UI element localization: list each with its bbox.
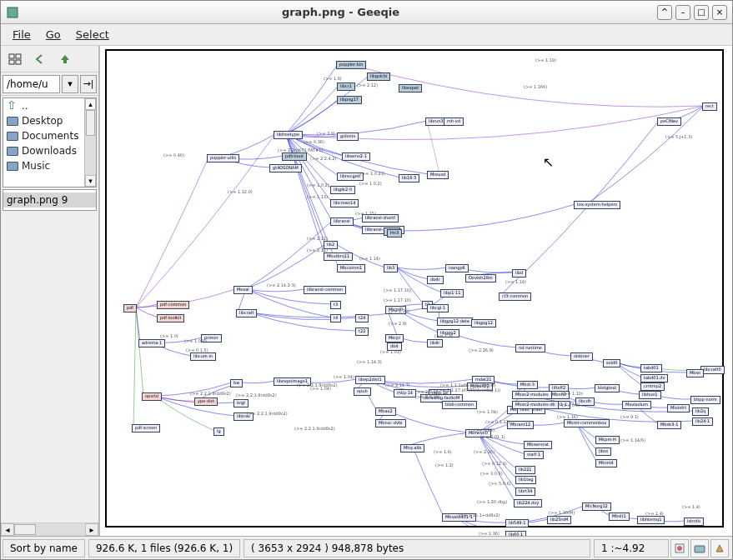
edge-label: (>= 2.11) (307, 248, 328, 252)
edge-label: (>= 1.20.dbg) (477, 499, 507, 504)
graph-node: Mexal (233, 286, 253, 294)
graph-node: blstgtext (595, 384, 620, 392)
graph-node: t4 (330, 314, 341, 322)
graph-node: libp1-11 (440, 289, 464, 298)
edge-label: (>= 2.2.4,2) (310, 156, 336, 161)
graph-node: libgpg12 (471, 319, 496, 328)
edge-label: (>= 1.03) (380, 349, 401, 354)
graph-node: libgslcbi (367, 72, 390, 81)
rollup-button[interactable]: ^ (657, 5, 672, 20)
sidebar-hscroll[interactable]: ◂ ▸ (1, 522, 98, 536)
graph-node: lib549-1 (505, 519, 529, 528)
graph-node: libcraft (236, 309, 257, 318)
scroll-thumb[interactable] (86, 110, 95, 136)
status-zoom[interactable]: 1 :~4.92 (594, 539, 669, 558)
graph-node: libfreetype (274, 131, 303, 139)
up-button[interactable] (54, 48, 76, 70)
edge-label: (>= 2.2.1.9rdd8s2) (297, 382, 338, 388)
graph-node: ype-dist (194, 398, 218, 406)
back-button[interactable] (29, 48, 51, 70)
edge-label: (>= 1.1.27.pf?(30/dvsrdbg-1)) (437, 388, 500, 392)
graph-node: libcraft0 (700, 366, 725, 374)
graph-node: Mbsn2-modules (512, 391, 552, 399)
folder-icon (7, 147, 18, 156)
graph-node: t22 (355, 328, 369, 336)
status-tool-1[interactable] (670, 539, 689, 558)
graph-node: oldoner (570, 352, 593, 361)
graph-node: lib224.dvy (514, 499, 542, 508)
edge-label: (>= 2.2.1.9rdd8s2) (247, 411, 288, 416)
status-tool-2[interactable] (690, 539, 709, 558)
path-dropdown-button[interactable]: ▾ (62, 75, 78, 93)
minimize-button[interactable]: – (675, 5, 690, 20)
nav-toolbar (1, 46, 98, 72)
hscroll-thumb[interactable] (14, 524, 36, 535)
graph-node: Mreusd (427, 171, 449, 179)
graph-node: Devloh28m (465, 274, 496, 282)
folder-label: Music (22, 160, 50, 172)
graph-node: blidi-common (442, 401, 477, 409)
folder-item[interactable]: Downloads (3, 143, 96, 158)
graph-node: pdf-common (157, 301, 189, 309)
graph-node: isangp6 (445, 264, 469, 272)
scroll-down-arrow[interactable]: ▾ (85, 175, 96, 187)
status-tool-3[interactable] (710, 539, 729, 558)
graph-node: mlip-14 (394, 389, 416, 398)
graph-image: pdfpdf-commonpdf-toolkitpoppler-binlibgs… (105, 49, 724, 528)
folder-item[interactable]: Music (3, 158, 96, 173)
graph-node: Mbnsc-dvbi (375, 419, 406, 428)
edge-label: (>= 9.1) (620, 414, 639, 419)
edge-label: (>= 2.2tpK01 PAT#1) (278, 148, 323, 152)
scroll-track[interactable] (85, 110, 96, 175)
graph-node: adrema-1 (138, 339, 165, 348)
menu-select[interactable]: Select (69, 26, 116, 43)
menu-file[interactable]: File (6, 26, 38, 43)
path-go-button[interactable]: →| (80, 75, 97, 93)
folder-item[interactable]: Desktop (3, 113, 96, 128)
svg-rect-7 (695, 546, 705, 552)
edge-label: (>= 1.12.0) (228, 189, 253, 194)
folder-item[interactable]: Documents (3, 128, 96, 143)
menu-go[interactable]: Go (39, 26, 68, 43)
edge-label: (>= 2.14.2-3) (267, 282, 296, 288)
edge-label: (>= 2.9) (389, 321, 407, 326)
graph-node: libcum-in (190, 352, 216, 361)
file-list[interactable]: graph.png 9 (3, 189, 97, 211)
path-input[interactable] (3, 75, 60, 93)
graph-node: Mbswrsrat (524, 441, 552, 449)
edge-label: (>= 2.14.7) (385, 382, 410, 388)
edge-label: (>= 1.8) (324, 76, 342, 81)
app-icon (6, 6, 19, 19)
svg-rect-1 (9, 54, 14, 58)
graph-node: Mxvlxolum (622, 401, 651, 409)
edge-label: (>= 1.14/6) (620, 438, 645, 442)
folder-label: Downloads (22, 145, 77, 157)
hscroll-track[interactable] (14, 523, 85, 536)
folder-scrollbar[interactable]: ▴ ▾ (84, 98, 96, 187)
graph-node: Mhq-alib (400, 444, 424, 452)
hscroll-right[interactable]: ▸ (85, 523, 98, 536)
graph-node: Mbrant12 (507, 421, 534, 429)
edge-label: (>= 1.4) (682, 504, 700, 509)
folder-list[interactable]: ⇧.. Desktop Documents Downloads Music ▴ … (3, 98, 97, 188)
edge-label: (>= 2.9.14) (415, 394, 440, 399)
edge-label: (>= 1.36) (479, 531, 500, 536)
graph-node: rect (702, 102, 717, 111)
edge-label: (>= 2.2.1.9rdd8s2) (294, 426, 335, 431)
thumbs-toggle-button[interactable] (4, 48, 26, 70)
file-row[interactable]: graph.png 9 (3, 192, 96, 208)
graph-node: lib24-1 (692, 418, 713, 426)
folder-icon (7, 162, 18, 171)
svg-rect-0 (8, 8, 18, 18)
edge-label: (>= 1.19) (505, 279, 526, 284)
edge-label: (>= 0.22) (474, 428, 495, 432)
window-title: graph.png - Geeqie (24, 6, 657, 18)
scroll-up-arrow[interactable]: ▴ (85, 98, 96, 110)
maximize-button[interactable]: □ (694, 5, 709, 20)
image-viewport[interactable]: pdfpdf-commonpdf-toolkitpoppler-binlibgs… (99, 46, 732, 536)
graph-node: bhpp-norm (690, 396, 720, 404)
status-sort[interactable]: Sort by name (3, 539, 85, 558)
close-button[interactable]: × (712, 5, 727, 20)
hscroll-left[interactable]: ◂ (1, 523, 14, 536)
folder-up[interactable]: ⇧.. (3, 98, 96, 113)
